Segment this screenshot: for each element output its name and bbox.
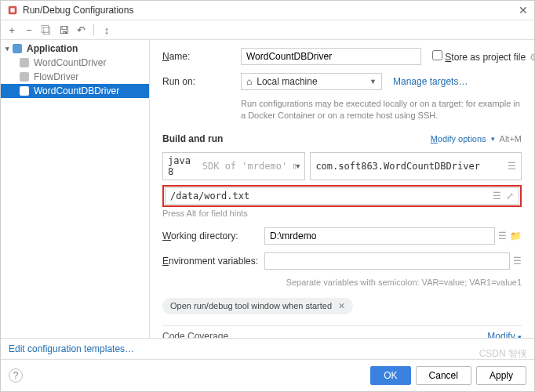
svg-rect-2 [13, 44, 22, 53]
save-button[interactable]: 🖫 [57, 24, 70, 36]
cancel-button[interactable]: Cancel [416, 366, 471, 385]
chevron-down-icon: ▼ [296, 162, 300, 170]
runon-label: Run on: [162, 76, 241, 87]
manage-targets-link[interactable]: Manage targets… [393, 76, 468, 87]
separator [93, 24, 94, 35]
chevron-down-icon: ▼ [369, 78, 377, 85]
footer-links: Edit configuration templates… [1, 338, 534, 359]
workdir-label: Working directory: [162, 230, 264, 241]
modify-options-link[interactable]: Modify options [431, 134, 486, 143]
modify-coverage-link[interactable]: Modify ▾ [487, 331, 522, 338]
expand-icon[interactable]: ⤢ [506, 191, 514, 201]
menu-icon[interactable]: ☰ [498, 230, 507, 241]
workdir-input[interactable] [264, 227, 495, 245]
menu-icon[interactable]: ☰ [513, 256, 522, 267]
env-hint: Separate variables with semicolon: VAR=v… [162, 278, 522, 287]
store-as-project-checkbox[interactable]: Store as project file ⚙ [432, 50, 511, 63]
add-button[interactable]: + [5, 24, 18, 36]
sidebar: ▾ Application WordCountDriver FlowDriver… [1, 40, 150, 338]
jdk-hint: SDK of 'mrdemo' mo [202, 161, 296, 172]
tree-item-label: FlowDriver [34, 71, 78, 82]
edit-templates-link[interactable]: Edit configuration templates… [9, 343, 134, 354]
env-label: Environment variables: [162, 256, 264, 267]
program-args-value: /data/word.txt [170, 191, 249, 201]
runon-select[interactable]: ⌂ Local machine ▼ [241, 73, 382, 90]
main-class-input[interactable]: com.soft863.WordCountDBDriver ☰ [310, 152, 522, 180]
main-class-value: com.soft863.WordCountDBDriver [315, 161, 480, 172]
revert-button[interactable]: ↶ [75, 24, 87, 36]
config-toolbar: + − ⿻ 🖫 ↶ ↕ [1, 20, 534, 40]
shortcut-hint: Alt+M [500, 134, 522, 143]
svg-rect-5 [20, 86, 29, 96]
open-tool-window-tag[interactable]: Open run/debug tool window when started … [162, 298, 353, 314]
name-input[interactable] [241, 48, 421, 65]
main-panel: Name: Store as project file ⚙ Run on: ⌂ … [150, 40, 534, 338]
target-icon: ⌂ [246, 76, 252, 87]
svg-rect-1 [10, 8, 14, 12]
jdk-name: java 8 [168, 155, 199, 177]
svg-rect-3 [20, 58, 29, 67]
application-icon [20, 86, 29, 96]
app-icon [7, 5, 18, 16]
tag-label: Open run/debug tool window when started [170, 301, 332, 310]
env-input[interactable] [264, 252, 510, 270]
gear-icon[interactable]: ⚙ [530, 52, 534, 63]
folder-icon[interactable]: 📁 [510, 230, 522, 241]
runon-value: Local machine [257, 76, 317, 87]
titlebar: Run/Debug Configurations ✕ [1, 1, 534, 20]
ok-button[interactable]: OK [370, 366, 410, 385]
menu-icon[interactable]: ☰ [508, 161, 516, 172]
menu-icon[interactable]: ☰ [493, 191, 501, 201]
close-icon[interactable]: ✕ [519, 4, 528, 16]
help-button[interactable]: ? [9, 368, 23, 383]
remove-tag-icon[interactable]: ✕ [338, 301, 345, 311]
tree-item[interactable]: FlowDriver [1, 70, 149, 84]
build-run-section: Build and run Modify options ▾ Alt+M [162, 133, 522, 144]
remove-button[interactable]: − [23, 24, 35, 36]
application-icon [13, 44, 22, 53]
tree-item-label: WordCountDBDriver [34, 85, 119, 96]
tree-item[interactable]: WordCountDriver [1, 56, 149, 70]
apply-button[interactable]: Apply [476, 366, 526, 385]
chevron-down-icon: ▾ [491, 135, 495, 143]
jdk-select[interactable]: java 8 SDK of 'mrdemo' mo ▼ [162, 152, 305, 180]
dialog-title: Run/Debug Configurations [23, 5, 519, 16]
runon-hint: Run configurations may be executed local… [241, 98, 522, 122]
tree-item-label: WordCountDriver [34, 57, 106, 68]
field-hint: Press Alt for field hints [162, 209, 522, 218]
dialog-buttons: ? OK Cancel Apply [1, 359, 534, 391]
section-title: Build and run [162, 133, 431, 144]
store-label: Store as project file [445, 52, 526, 63]
tree-root-application[interactable]: ▾ Application [1, 42, 149, 56]
svg-rect-4 [20, 72, 29, 82]
chevron-down-icon: ▾ [5, 45, 9, 53]
code-coverage-section[interactable]: Code Coverage Modify ▾ [162, 325, 522, 338]
program-args-input[interactable]: /data/word.txt ☰ ⤢ [165, 187, 519, 205]
copy-button[interactable]: ⿻ [40, 24, 53, 36]
tree-root-label: Application [27, 43, 78, 54]
application-icon [20, 72, 29, 82]
section-label: Code Coverage [162, 331, 487, 338]
name-label: Name: [162, 51, 241, 62]
store-checkbox-box[interactable] [432, 50, 442, 60]
program-args-highlight: /data/word.txt ☰ ⤢ [162, 185, 522, 207]
tree-item-selected[interactable]: WordCountDBDriver [1, 84, 149, 98]
application-icon [20, 58, 29, 67]
reorder-button[interactable]: ↕ [100, 24, 113, 36]
